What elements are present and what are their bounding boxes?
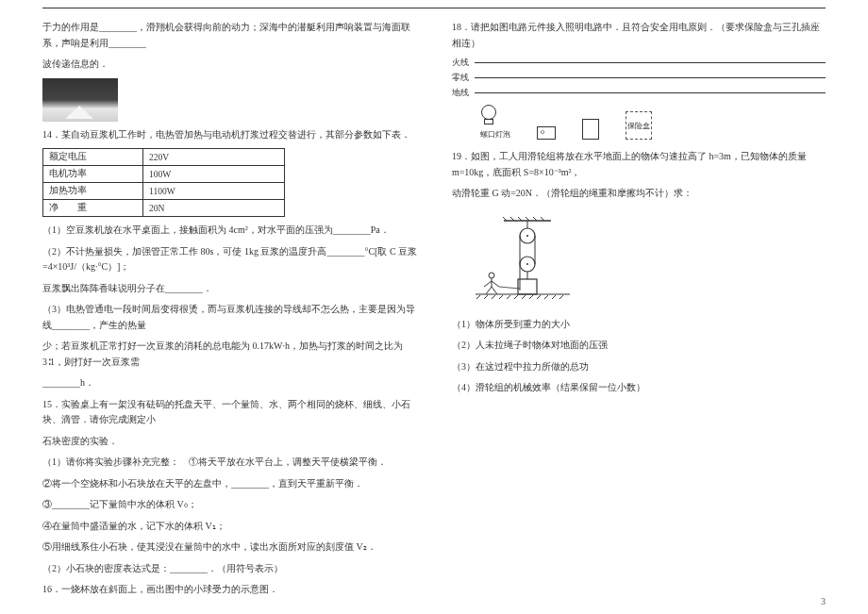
svg-line-43 <box>559 295 563 299</box>
two-column-layout: 于力的作用是________，滑翔机会获得向前的动力；深海中的潜艇利用声响装置与… <box>0 20 868 614</box>
q15-intro-a: 15．实验桌上有一架没有砝码的托盘天平、一个量筒、水、两个相同的烧杯、细线、小石… <box>42 397 424 428</box>
q15-sub2: （2）小石块的密度表达式是：________．（用符号表示） <box>42 561 424 577</box>
svg-line-50 <box>499 287 520 289</box>
table-row: 额定电压 220V <box>43 149 285 166</box>
table-row: 加热功率 1100W <box>43 183 285 200</box>
svg-point-44 <box>489 273 494 278</box>
svg-line-47 <box>484 281 492 287</box>
q15-step2: ②将一个空烧杯和小石块放在天平的左盘中，________，直到天平重新平衡． <box>42 476 424 492</box>
fuse-label: 保险盒 <box>627 121 650 131</box>
svg-point-28 <box>526 263 528 265</box>
q19-sub1: （1）物体所受到重力的大小 <box>452 317 826 333</box>
svg-line-46 <box>492 281 499 287</box>
pulley-diagram <box>471 215 575 307</box>
wiring-diagram: 火线 零线 地线 螺口灯泡 保 <box>452 57 826 140</box>
q19-sub2: （2）人未拉绳子时物体对地面的压强 <box>452 338 826 354</box>
q19-sub4: （4）滑轮组的机械效率（结果保留一位小数） <box>452 380 826 396</box>
ground-wire-label: 地线 <box>452 87 469 99</box>
cell-value: 220V <box>143 149 285 166</box>
fuse-box-icon: 保险盒 <box>626 111 652 140</box>
q14-sub3b: 少；若豆浆机正常打好一次豆浆的消耗的总电能为 0.17kW·h，加热与打浆的时间… <box>42 339 424 370</box>
svg-line-48 <box>492 287 497 294</box>
left-column: 于力的作用是________，滑翔机会获得向前的动力；深海中的潜艇利用声响装置与… <box>42 20 424 614</box>
cell-value: 1100W <box>143 183 285 200</box>
cell-label: 电机功率 <box>43 166 143 183</box>
svg-line-33 <box>484 295 488 299</box>
bulb-label: 螺口灯泡 <box>480 129 510 140</box>
devices-row: 螺口灯泡 保险盒 <box>452 105 826 140</box>
q19-line-a: 19．如图，工人用滑轮组将放在水平地面上的物体匀速拉高了 h=3m，已知物体的质… <box>452 149 826 180</box>
page-number: 3 <box>821 596 826 606</box>
q13-cont-line: 于力的作用是________，滑翔机会获得向前的动力；深海中的潜艇利用声响装置与… <box>42 20 424 51</box>
q16-text: 16．一烧杯放在斜面上，画出图中的小球受力的示意图． <box>42 582 424 598</box>
live-wire-row: 火线 <box>452 57 826 69</box>
cell-label: 净 重 <box>43 200 143 217</box>
bulb-device: 螺口灯泡 <box>480 105 510 140</box>
wire-line-icon <box>475 62 826 63</box>
svg-line-36 <box>507 295 510 299</box>
wire-line-icon <box>475 92 826 93</box>
table-row: 净 重 20N <box>43 200 285 217</box>
svg-rect-30 <box>518 279 537 294</box>
neutral-wire-label: 零线 <box>452 72 469 84</box>
svg-line-42 <box>552 295 556 299</box>
svg-line-34 <box>492 295 495 299</box>
glider-illustration <box>42 78 118 122</box>
q15-step3: ③________记下量筒中水的体积 V₀； <box>42 497 424 513</box>
switch-icon <box>537 126 556 140</box>
q14-sub3c: ________h． <box>42 375 424 391</box>
svg-line-32 <box>476 295 480 299</box>
param-table: 额定电压 220V 电机功率 100W 加热功率 1100W 净 重 20N <box>42 148 285 217</box>
svg-line-40 <box>537 295 541 299</box>
svg-point-24 <box>526 235 528 237</box>
q19-sub3: （3）在这过程中拉力所做的总功 <box>452 359 826 375</box>
right-column: 18．请把如图电路元件接入照明电路中．且符合安全用电原则．（要求保险盒与三孔插座… <box>452 20 826 614</box>
q14-intro: 14．某自动豆浆机工作时，电热管加热与电动机打浆过程交替进行，其部分参数如下表． <box>42 127 424 143</box>
q14-sub1: （1）空豆浆机放在水平桌面上，接触面积为 4cm²，对水平面的压强为______… <box>42 223 424 239</box>
socket-icon <box>582 119 599 140</box>
q14-sub3a: （3）电热管通电一段时间后变得很烫，而与豆浆机连接的导线却不怎么热，主要是因为导… <box>42 302 424 333</box>
cell-value: 20N <box>143 200 285 217</box>
wire-line-icon <box>475 77 826 78</box>
q15-intro-b: 石块密度的实验． <box>42 434 424 450</box>
svg-line-41 <box>544 295 548 299</box>
bulb-icon <box>480 105 497 127</box>
svg-line-38 <box>522 295 526 299</box>
live-wire-label: 火线 <box>452 57 469 69</box>
svg-line-35 <box>499 295 503 299</box>
ground-wire-row: 地线 <box>452 87 826 99</box>
cell-value: 100W <box>143 166 285 183</box>
svg-line-49 <box>486 287 492 294</box>
q14-sub2b: 豆浆飘出阵阵香味说明分子在________． <box>42 281 424 297</box>
cell-label: 加热功率 <box>43 183 143 200</box>
q18-text: 18．请把如图电路元件接入照明电路中．且符合安全用电原则．（要求保险盒与三孔插座… <box>452 20 826 51</box>
svg-line-37 <box>514 295 518 299</box>
q19-line-b: 动滑轮重 G 动=20N．（滑轮组的绳重和摩擦均不计）求： <box>452 186 826 202</box>
q14-sub2a: （2）不计热量损失，加强管正常工作 80s，可使 1kg 豆浆的温度升高____… <box>42 244 424 275</box>
neutral-wire-row: 零线 <box>452 72 826 84</box>
q13-end-line: 波传递信息的． <box>42 57 424 73</box>
cell-label: 额定电压 <box>43 149 143 166</box>
q15-step5: ⑤用细线系住小石块，使其浸没在量筒中的水中，读出水面所对应的刻度值 V₂． <box>42 539 424 556</box>
incline-ball-diagram <box>42 609 132 615</box>
page-top-rule <box>42 8 826 8</box>
q15-step1: （1）请你将实验步骤补充完整： ①将天平放在水平台上，调整天平使横梁平衡． <box>42 455 424 471</box>
svg-line-39 <box>529 295 533 299</box>
q15-step4: ④在量筒中盛适量的水，记下水的体积 V₁； <box>42 519 424 535</box>
table-row: 电机功率 100W <box>43 166 285 183</box>
